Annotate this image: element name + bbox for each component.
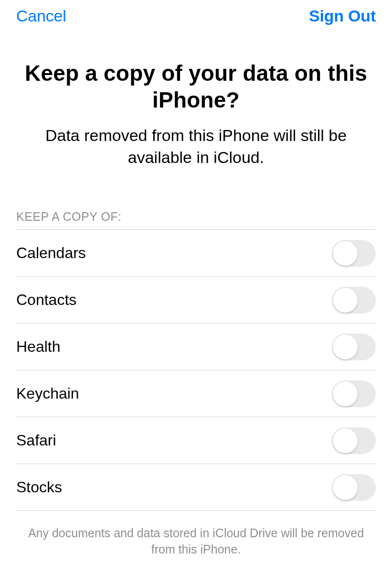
toggle-switch[interactable] — [332, 474, 376, 501]
section-header: KEEP A COPY OF: — [0, 210, 392, 229]
list-item-label: Contacts — [16, 291, 76, 309]
list-item-label: Safari — [16, 432, 56, 449]
data-list: CalendarsContactsHealthKeychainSafariSto… — [16, 229, 376, 511]
list-row: Safari — [16, 417, 376, 464]
toggle-knob — [333, 335, 358, 359]
list-row: Health — [16, 324, 376, 370]
toggle-switch[interactable] — [332, 380, 376, 407]
nav-bar: Cancel Sign Out — [0, 0, 392, 25]
list-item-label: Calendars — [16, 244, 86, 262]
toggle-knob — [333, 428, 358, 453]
cancel-button[interactable]: Cancel — [16, 7, 66, 25]
page-subtitle: Data removed from this iPhone will still… — [19, 125, 373, 169]
list-row: Contacts — [16, 277, 376, 324]
page-title: Keep a copy of your data on this iPhone? — [19, 60, 373, 113]
list-row: Keychain — [16, 370, 376, 417]
toggle-knob — [333, 381, 358, 406]
toggle-switch[interactable] — [332, 334, 376, 360]
sign-out-button[interactable]: Sign Out — [309, 7, 376, 25]
list-item-label: Health — [16, 338, 61, 356]
toggle-switch[interactable] — [332, 427, 376, 454]
footer-note: Any documents and data stored in iCloud … — [0, 511, 392, 558]
title-section: Keep a copy of your data on this iPhone?… — [0, 25, 392, 169]
list-item-label: Keychain — [16, 385, 79, 402]
toggle-knob — [333, 241, 358, 266]
list-row: Calendars — [16, 230, 376, 277]
list-item-label: Stocks — [16, 478, 62, 496]
toggle-switch[interactable] — [332, 240, 376, 267]
toggle-knob — [333, 288, 358, 313]
toggle-switch[interactable] — [332, 287, 376, 314]
list-row: Stocks — [16, 464, 376, 511]
toggle-knob — [333, 475, 358, 500]
